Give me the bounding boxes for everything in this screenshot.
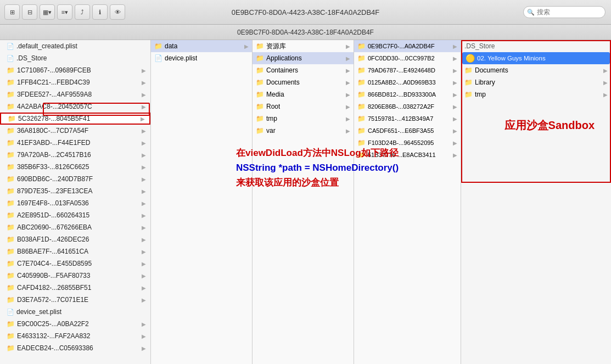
sidebar-item-c7[interactable]: 📁 C7E704C4-...E455D8595 ▶ xyxy=(0,257,150,270)
sidebar-item-ab[interactable]: 📁 ABC20690-...676266EBA ▶ xyxy=(0,221,150,233)
sidebar-item-69[interactable]: 📁 690BDB6C-...240D7B87F ▶ xyxy=(0,173,150,185)
sidebar-item-d3[interactable]: 📁 D3E7A572-...7C071E1E ▶ xyxy=(0,294,150,306)
col-item-applications[interactable]: 📁 Applications ▶ xyxy=(253,52,354,64)
col-item-012[interactable]: 📁 0125A8B2-...A0D969B33 ▶ xyxy=(354,76,461,88)
col-item-media[interactable]: 📁 Media ▶ xyxy=(253,88,354,100)
folder-icon: 📁 xyxy=(256,54,264,62)
folder-icon: 📁 xyxy=(7,151,15,159)
sidebar-item-1[interactable]: 📁 1C710867-...09689FCEB ▶ xyxy=(0,64,150,76)
col-item-var[interactable]: 📁 var ▶ xyxy=(253,125,354,137)
col-panel-2[interactable]: 📁 资源库 ▶ 📁 Applications ▶ 📁 Containers ▶ … xyxy=(253,40,354,364)
list-view-btn[interactable]: ⊟ xyxy=(22,4,37,20)
sidebar-item-87[interactable]: 📁 879D7E35-...23FE13CEA ▶ xyxy=(0,185,150,197)
sidebar-item-36[interactable]: 📁 36A8180C-...7CD7A54F ▶ xyxy=(0,125,150,137)
arrow-icon: ▶ xyxy=(603,68,608,74)
col-item-ziyuanku[interactable]: 📁 资源库 ▶ xyxy=(253,40,354,52)
col-item-documents-right[interactable]: 📁 Documents ▶ xyxy=(461,64,611,76)
file-icon: 📄 xyxy=(7,55,14,62)
folder-icon: 📁 xyxy=(357,103,366,110)
arrow-icon: ▶ xyxy=(141,116,145,122)
col-item-root[interactable]: 📁 Root ▶ xyxy=(253,100,354,113)
app-icon: 🟡 xyxy=(466,54,475,63)
arrow-icon: ▶ xyxy=(453,116,457,122)
search-bar[interactable]: 🔍 xyxy=(523,6,606,18)
annotation-line2: NSString *path = NSHomeDirectory() xyxy=(236,160,439,175)
sidebar-item-41[interactable]: 📁 41EF3ABD-...F44E1FED ▶ xyxy=(0,137,150,149)
col-item-device[interactable]: 📄 device.plist xyxy=(151,52,252,64)
sidebar-item-c4[interactable]: 📁 C405990B-...F5AF80733 ▶ xyxy=(0,270,150,282)
folder-icon: 📁 xyxy=(7,332,15,340)
folder-icon: 📁 xyxy=(464,79,473,86)
col-item-tmp[interactable]: 📁 tmp ▶ xyxy=(253,113,354,125)
arrow-icon: ▶ xyxy=(142,261,146,267)
sidebar-item-79[interactable]: 📁 79A720AB-...2C4517B16 ▶ xyxy=(0,149,150,161)
sidebar-item-3[interactable]: 📁 3FDEE527-...4AF9559A8 ▶ xyxy=(0,88,150,100)
col-item-documents[interactable]: 📁 Documents ▶ xyxy=(253,76,354,88)
col-item-tmp-right[interactable]: 📁 tmp ▶ xyxy=(461,88,611,100)
col-item-0e9[interactable]: 📁 0E9BC7F0-...A0A2DB4F ▶ xyxy=(354,40,461,52)
col-item-751[interactable]: 📁 75159781-...412B349A7 ▶ xyxy=(354,113,461,125)
ds-store-label: .DS_Store xyxy=(461,40,611,52)
search-input[interactable] xyxy=(523,6,606,18)
col-item-866[interactable]: 📁 866BD812-...BD933300A ▶ xyxy=(354,88,461,100)
col-panel-1[interactable]: 📁 data ▶ 📄 device.plist xyxy=(151,40,253,364)
share-btn[interactable]: ⤴ xyxy=(75,4,90,20)
arrow-icon: ▶ xyxy=(142,249,146,255)
columns-area: 📁 data ▶ 📄 device.plist 📁 资源库 ▶ 📁 Applic… xyxy=(151,40,611,364)
folder-icon: 📁 xyxy=(7,296,15,304)
folder-icon: 📁 xyxy=(7,103,15,110)
sidebar-item-5c[interactable]: 📁 5C326278-...8045B5F41 ▶ xyxy=(0,113,150,125)
folder-icon: 📁 xyxy=(357,115,366,122)
col-item-containers[interactable]: 📁 Containers ▶ xyxy=(253,64,354,76)
sidebar-item-38[interactable]: 📁 385B6F33-...8126C6625 ▶ xyxy=(0,161,150,173)
col-item-820[interactable]: 📁 8206E86B-...038272A2F ▶ xyxy=(354,100,461,113)
sidebar-item-e4[interactable]: 📁 E4633132-...FAF2AA832 ▶ xyxy=(0,330,150,342)
sidebar-item-e9[interactable]: 📁 E9C00C25-...A0BA22F2 ▶ xyxy=(0,318,150,330)
sidebar-item-16[interactable]: 📁 1697E4F8-...013FA0536 ▶ xyxy=(0,197,150,209)
sidebar-item-b8[interactable]: 📁 B86BAE7F-...641651CA ▶ xyxy=(0,245,150,257)
title-bar: ⊞ ⊟ ▦▾ ≡▾ ⤴ ℹ 👁 0E9BC7F0-8D0A-4423-A38C-… xyxy=(0,0,611,25)
arrow-icon: ▶ xyxy=(142,128,146,134)
annotation-line3: 来获取该应用的沙盒位置 xyxy=(236,175,439,190)
sidebar-item-default-created[interactable]: 📄 .default_created.plist xyxy=(0,40,150,52)
col-item-0fc[interactable]: 📁 0FC0DD30-...0CC997B2 ▶ xyxy=(354,52,461,64)
col-panel-3[interactable]: 📁 0E9BC7F0-...A0A2DB4F ▶ 📁 0FC0DD30-...0… xyxy=(354,40,461,364)
arrow-icon: ▶ xyxy=(142,200,146,206)
sidebar-item-4[interactable]: 📁 4A2ABAC8-...20452057C ▶ xyxy=(0,100,150,113)
col-item-79a[interactable]: 📁 79AD6787-...E4924648D ▶ xyxy=(354,64,461,76)
sidebar-item-b0[interactable]: 📁 B038AF1D-...426DEC26 ▶ xyxy=(0,233,150,245)
col-panel-4[interactable]: .DS_Store 🟡 02. Yellow Guys Minions 📁 Do… xyxy=(461,40,611,364)
arrow-icon: ▶ xyxy=(453,80,457,86)
folder-icon: 📁 xyxy=(256,42,264,50)
folder-icon: 📁 xyxy=(7,344,15,352)
folder-icon: 📁 xyxy=(256,79,264,86)
sidebar-item-ca[interactable]: 📁 CAFD4182-...26855BF51 ▶ xyxy=(0,282,150,294)
arrow-icon: ▶ xyxy=(453,140,457,146)
arrow-icon: ▶ xyxy=(453,104,457,110)
sandbox-label: 应用沙盒Sandbox xyxy=(505,118,595,133)
action-btn[interactable]: ≡▾ xyxy=(57,4,72,20)
sidebar-item-ea[interactable]: 📁 EADECB24-...C05693386 ▶ xyxy=(0,342,150,354)
sidebar-item-ds-store[interactable]: 📄 .DS_Store xyxy=(0,52,150,64)
arrow-icon: ▶ xyxy=(346,43,350,49)
folder-icon: 📁 xyxy=(7,211,15,219)
sidebar[interactable]: 📄 .default_created.plist 📄 .DS_Store 📁 1… xyxy=(0,40,151,364)
arrow-icon: ▶ xyxy=(346,68,350,74)
window-title: 0E9BC7F0-8D0A-4423-A38C-18F4A0A2DB4F xyxy=(232,8,380,16)
folder-icon: 📁 xyxy=(357,66,366,74)
info-btn[interactable]: ℹ xyxy=(92,4,108,20)
sidebar-item-a2[interactable]: 📁 A2E8951D-...660264315 ▶ xyxy=(0,209,150,221)
col-item-ca5[interactable]: 📁 CA5DF651-...E6BF3A55 ▶ xyxy=(354,125,461,137)
preview-btn[interactable]: 👁 xyxy=(110,4,125,20)
col-item-data[interactable]: 📁 data ▶ xyxy=(151,40,252,52)
folder-icon: 📁 xyxy=(7,260,15,267)
sidebar-item-device-set[interactable]: 📄 device_set.plist xyxy=(0,306,150,318)
arrow-icon: ▶ xyxy=(346,55,350,61)
col-item-library-right[interactable]: 📁 Library ▶ xyxy=(461,76,611,88)
arrange-btn[interactable]: ▦▾ xyxy=(40,4,55,20)
col-item-yellow-guys[interactable]: 🟡 02. Yellow Guys Minions xyxy=(462,52,610,64)
sidebar-item-2[interactable]: 📁 1FFB4C21-...FEBD4C39 ▶ xyxy=(0,76,150,88)
arrow-icon: ▶ xyxy=(453,55,457,61)
arrow-icon: ▶ xyxy=(142,188,146,194)
grid-view-btn[interactable]: ⊞ xyxy=(4,4,20,20)
